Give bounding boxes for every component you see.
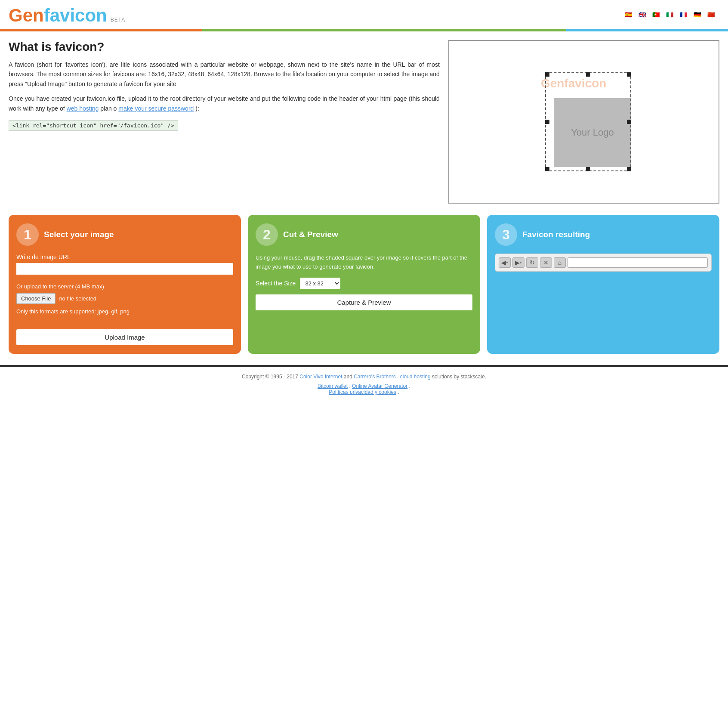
size-label: Select the Size: [256, 280, 296, 287]
footer-and: and: [344, 374, 352, 380]
flag-france[interactable]: 🇫🇷: [680, 11, 692, 20]
bitcoin-wallet-link[interactable]: Bitcoin wallet: [318, 383, 348, 389]
image-url-input[interactable]: [16, 263, 233, 275]
size-select[interactable]: 16 x 16 32 x 32 48 x 48 64 x 64 128 x 12…: [300, 278, 340, 289]
logo-area: Genfavicon BETA: [9, 5, 125, 26]
color-vivo-link[interactable]: Color Vivo Internet: [299, 374, 342, 380]
address-bar[interactable]: [568, 257, 708, 268]
upload-image-button[interactable]: Upload Image: [16, 329, 233, 345]
step-3-number: 3: [495, 223, 517, 246]
intro-para2-end: ):: [195, 105, 199, 112]
no-file-text: no file selected: [59, 295, 96, 302]
flag-china[interactable]: 🇨🇳: [707, 11, 719, 20]
flag-germany[interactable]: 🇩🇪: [694, 11, 706, 20]
step-2-number: 2: [256, 223, 278, 246]
flag-portugal[interactable]: 🇵🇹: [652, 11, 664, 20]
back-button[interactable]: ◀ ▾: [499, 257, 511, 268]
bar-green: [202, 29, 566, 31]
watermark-text: Genfavicon: [541, 77, 606, 90]
crop-handle-mid-right[interactable]: [627, 120, 631, 124]
step-2-header: 2 Cut & Preview: [256, 223, 472, 246]
step-1-number: 1: [16, 223, 39, 246]
crop-handle-top-right[interactable]: [627, 72, 631, 77]
footer-suffix: solutions by stackscale.: [432, 374, 486, 380]
step-2-title: Cut & Preview: [283, 230, 338, 239]
carreros-link[interactable]: Carrero's Brothers: [354, 374, 396, 380]
footer-dot4: .: [398, 389, 399, 395]
home-button[interactable]: ⌂: [554, 257, 566, 268]
step-2-panel: 2 Cut & Preview Using your mouse, drag t…: [248, 215, 480, 354]
crop-handle-top-left[interactable]: [545, 72, 549, 77]
step-1-panel: 1 Select your image Write de image URL O…: [9, 215, 241, 354]
crop-handle-bot-mid[interactable]: [586, 167, 590, 171]
choose-file-button[interactable]: Choose File: [16, 293, 56, 304]
footer-links: Bitcoin wallet . Online Avatar Generator…: [9, 383, 719, 395]
step-3-panel: 3 Favicon resulting ◀ ▾ ▶ ▾ ↻ ✕: [487, 215, 719, 354]
format-note: Only this formats are supported: jpeg, g…: [16, 308, 233, 315]
forward-arrow-icon: ▶: [515, 259, 520, 266]
crop-handle-bot-left[interactable]: [545, 167, 549, 171]
step-1-title: Select your image: [44, 230, 114, 239]
steps-section: 1 Select your image Write de image URL O…: [0, 208, 728, 361]
preview-box: Genfavicon Your Logo: [448, 40, 719, 204]
intro-paragraph1: A favicon (short for 'favorites icon'), …: [9, 60, 440, 89]
copyright-text: Copyright © 1995 - 2017: [242, 374, 298, 380]
intro-section: What is favicon? A favicon (short for 'f…: [9, 40, 440, 204]
file-row: Choose File no file selected: [16, 293, 233, 304]
main-content: What is favicon? A favicon (short for 'f…: [0, 31, 728, 208]
code-snippet-container: <link rel="shortcut icon" href="/favicon…: [9, 118, 440, 131]
privacy-link[interactable]: Políticas privacidad y cookies: [329, 389, 396, 395]
back-arrow-icon: ◀: [501, 259, 506, 266]
password-link[interactable]: make your secure password: [118, 105, 194, 112]
crop-area: Genfavicon Your Logo: [537, 72, 631, 171]
intro-plan-o: plan o: [100, 105, 118, 112]
page-header: Genfavicon BETA 🇪🇸 🇬🇧 🇵🇹 🇮🇹 🇫🇷 🇩🇪 🇨🇳: [0, 0, 728, 26]
step-2-description: Using your mouse, drag the shaded square…: [256, 254, 472, 272]
url-label: Write de image URL: [16, 254, 233, 260]
browser-toolbar: ◀ ▾ ▶ ▾ ↻ ✕ ⌂: [499, 257, 708, 268]
capture-preview-button[interactable]: Capture & Preview: [256, 294, 472, 310]
flag-uk[interactable]: 🇬🇧: [639, 11, 651, 20]
flag-spain[interactable]: 🇪🇸: [625, 11, 637, 20]
code-snippet: <link rel="shortcut icon" href="/favicon…: [9, 120, 178, 131]
forward-button[interactable]: ▶ ▾: [512, 257, 524, 268]
bar-orange: [0, 29, 202, 31]
flag-italy[interactable]: 🇮🇹: [666, 11, 678, 20]
footer-copyright: Copyright © 1995 - 2017 Color Vivo Inter…: [9, 374, 719, 380]
logo-text[interactable]: Genfavicon: [9, 5, 107, 26]
step-1-header: 1 Select your image: [16, 223, 233, 246]
cloud-hosting-link[interactable]: cloud hosting: [400, 374, 431, 380]
stop-button[interactable]: ✕: [540, 257, 552, 268]
upload-label: Or upload to the server (4 MB max): [16, 283, 233, 290]
footer-dot3: .: [409, 383, 410, 389]
footer-dot1: .: [397, 374, 400, 380]
crop-handle-bot-right[interactable]: [627, 167, 631, 171]
logo-beta: BETA: [111, 17, 125, 23]
crop-handle-top-mid[interactable]: [586, 72, 590, 77]
step-3-header: 3 Favicon resulting: [495, 223, 712, 246]
step-3-title: Favicon resulting: [522, 230, 590, 239]
refresh-icon: ↻: [530, 259, 535, 266]
size-row: Select the Size 16 x 16 32 x 32 48 x 48 …: [256, 278, 472, 289]
color-bars: [0, 29, 728, 31]
browser-mockup: ◀ ▾ ▶ ▾ ↻ ✕ ⌂: [495, 254, 712, 272]
footer: Copyright © 1995 - 2017 Color Vivo Inter…: [0, 367, 728, 399]
intro-paragraph2: Once you have created your favicon.ico f…: [9, 94, 440, 113]
flags-row: 🇪🇸 🇬🇧 🇵🇹 🇮🇹 🇫🇷 🇩🇪 🇨🇳: [625, 11, 719, 20]
back-dropdown-icon: ▾: [506, 260, 508, 265]
intro-title: What is favicon?: [9, 40, 440, 54]
stop-icon: ✕: [543, 259, 549, 266]
web-hosting-link[interactable]: web hosting: [67, 105, 99, 112]
home-icon: ⌂: [558, 259, 561, 266]
crop-handle-mid-left[interactable]: [545, 120, 549, 124]
bar-blue: [566, 29, 728, 31]
refresh-button[interactable]: ↻: [526, 257, 538, 268]
avatar-generator-link[interactable]: Online Avatar Generator: [352, 383, 407, 389]
forward-dropdown-icon: ▾: [520, 260, 522, 265]
